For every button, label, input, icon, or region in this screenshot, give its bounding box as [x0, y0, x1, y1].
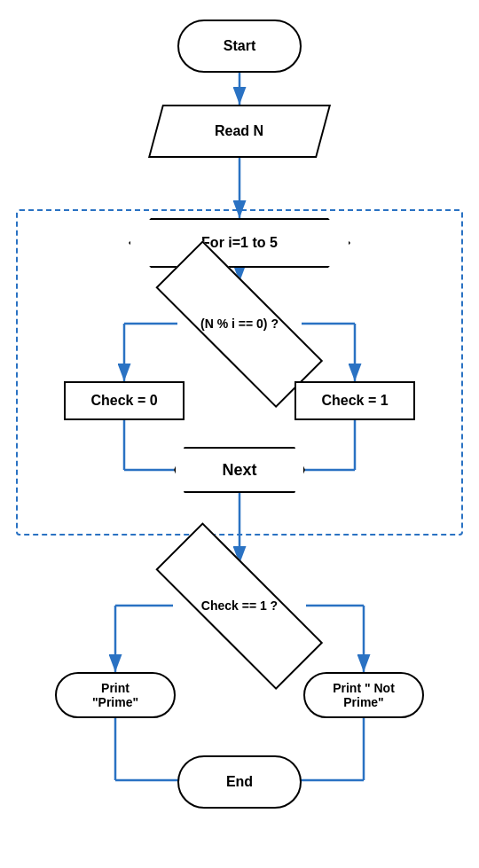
print-not-prime-shape: Print " Not Prime" — [303, 672, 424, 718]
check0-shape: Check = 0 — [64, 381, 185, 420]
condition2-shape: Check == 1 ? — [129, 564, 350, 647]
read-n-label: Read N — [215, 123, 263, 139]
print-prime-label: Print "Prime" — [92, 681, 138, 709]
condition2-label: Check == 1 ? — [201, 598, 278, 613]
print-not-prime-label: Print " Not Prime" — [333, 681, 395, 709]
check0-label: Check = 0 — [90, 393, 157, 409]
print-prime-shape: Print "Prime" — [55, 672, 176, 718]
start-terminal: Start — [177, 20, 302, 73]
condition1-label: (N % i == 0) ? — [200, 317, 279, 331]
flowchart: Start Read N For i=1 to 5 (N % i == 0) ?… — [0, 0, 479, 868]
condition1-shape: (N % i == 0) ? — [129, 282, 350, 365]
end-terminal: End — [177, 755, 302, 809]
check1-shape: Check = 1 — [294, 381, 415, 420]
start-label: Start — [224, 38, 255, 54]
for-loop-shape: For i=1 to 5 — [129, 218, 350, 268]
end-label: End — [226, 774, 253, 790]
for-loop-label: For i=1 to 5 — [201, 235, 278, 251]
read-n-shape: Read N — [148, 105, 331, 158]
next-shape: Next — [174, 447, 305, 493]
next-label: Next — [222, 461, 256, 480]
check1-label: Check = 1 — [321, 393, 388, 409]
